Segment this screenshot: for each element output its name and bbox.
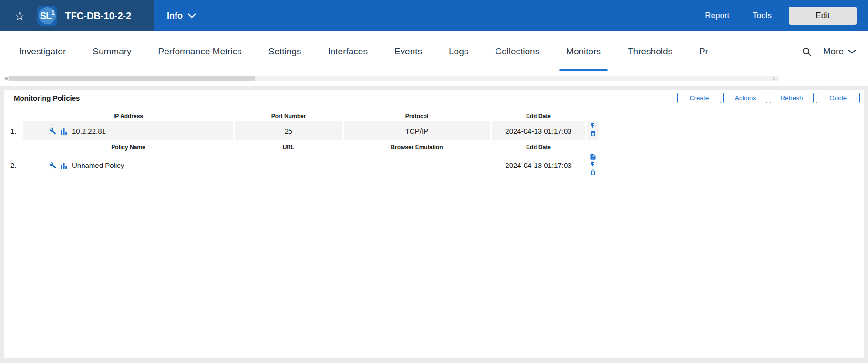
edit-button[interactable]: Edit [789, 7, 857, 25]
refresh-button[interactable]: Refresh [770, 93, 814, 103]
lightning-icon[interactable] [589, 122, 596, 129]
lightning-icon[interactable] [589, 161, 596, 168]
tab-label: Logs [449, 46, 468, 57]
column-header-edit-date: Edit Date [492, 112, 585, 121]
info-dropdown[interactable]: Info [167, 11, 196, 21]
header-left-section: ☆ SL 1 TFC-DB-10-2-2 [0, 0, 154, 31]
policy-cell-browser-emulation [344, 152, 490, 178]
create-button[interactable]: Create [677, 93, 721, 103]
column-header-protocol: Protocol [344, 112, 490, 121]
app-root: ☆ SL 1 TFC-DB-10-2-2 Info Report Tools E… [0, 0, 868, 359]
tab-monitors[interactable]: Monitors [553, 31, 614, 72]
more-label: More [823, 46, 844, 57]
tab-investigator[interactable]: Investigator [6, 31, 79, 72]
tab-settings[interactable]: Settings [255, 31, 315, 72]
tab-controls: More [795, 31, 868, 72]
panel-header: Monitoring Policies CreateActionsRefresh… [4, 90, 864, 106]
tab-label: Settings [269, 46, 301, 57]
wrench-icon[interactable] [49, 127, 56, 135]
policy-actions [587, 121, 599, 140]
tab-logs[interactable]: Logs [435, 31, 482, 72]
tab-collections[interactable]: Collections [482, 31, 553, 72]
chevron-down-icon [848, 50, 856, 54]
scrollbar-track[interactable] [8, 76, 779, 81]
tab-summary[interactable]: Summary [79, 31, 145, 72]
tab-label: Monitors [566, 46, 601, 57]
tab-bar: InvestigatorSummaryPerformance MetricsSe… [0, 31, 868, 72]
top-header: ☆ SL 1 TFC-DB-10-2-2 Info Report Tools E… [0, 0, 868, 31]
policy-cell-policy-name: Unnamed Policy [23, 152, 233, 178]
wrench-icon[interactable] [49, 162, 56, 169]
panel-title: Monitoring Policies [14, 94, 80, 102]
guide-button[interactable]: Guide [816, 93, 860, 103]
column-header-port-number: Port Number [235, 112, 342, 121]
tab-strip: InvestigatorSummaryPerformance MetricsSe… [0, 31, 791, 72]
tab-thresholds[interactable]: Thresholds [614, 31, 686, 72]
tab-label: Events [394, 46, 422, 57]
policy-index: 2. [10, 152, 21, 178]
tab-performance-metrics[interactable]: Performance Metrics [145, 31, 255, 72]
policy-cell-port-number: 25 [235, 121, 342, 140]
policy-column-headers: Policy NameURLBrowser EmulationEdit Date [4, 143, 864, 152]
bar-chart-icon[interactable] [61, 162, 68, 169]
scroll-right-icon[interactable]: › [773, 76, 775, 81]
tab-scrollbar: ◄ › [0, 72, 868, 86]
policies-table: IP AddressPort NumberProtocolEdit Date1.… [4, 106, 864, 178]
tab-label: Investigator [19, 46, 66, 57]
header-right-section: Report Tools Edit [705, 7, 868, 25]
column-header-url: URL [235, 143, 342, 152]
scrollbar-thumb[interactable] [9, 76, 255, 81]
more-menu[interactable]: More [823, 46, 856, 57]
policy-values: 1.10.2.22.8125TCP/IP2024-04-13 01:17:03 [4, 121, 864, 140]
chevron-down-icon [188, 13, 196, 18]
policy-cell-edit-date: 2024-04-13 01:17:03 [492, 152, 585, 178]
panel-buttons: CreateActionsRefreshGuide [677, 93, 860, 103]
tab-label: Thresholds [628, 46, 672, 57]
bar-chart-icon[interactable] [61, 127, 68, 135]
policy-cell-protocol: TCP/IP [344, 121, 490, 140]
policy-column-headers: IP AddressPort NumberProtocolEdit Date [4, 112, 864, 121]
document-icon[interactable] [589, 153, 597, 160]
logo-text: SL [40, 10, 52, 21]
tab-interfaces[interactable]: Interfaces [314, 31, 381, 72]
tab-events[interactable]: Events [381, 31, 435, 72]
policy-index: 1. [10, 121, 21, 140]
cell-text: TCP/IP [405, 127, 428, 135]
info-label: Info [167, 11, 183, 21]
device-title: TFC-DB-10-2-2 [65, 10, 131, 21]
tab-pr[interactable]: Pr [686, 31, 722, 72]
policy-values: 2.Unnamed Policy2024-04-13 01:17:03 [4, 152, 864, 178]
tab-label: Interfaces [328, 46, 367, 57]
page-gap [0, 86, 868, 90]
header-separator [741, 10, 741, 22]
policy-cell-edit-date: 2024-04-13 01:17:03 [492, 121, 585, 140]
tab-label: Collections [495, 46, 539, 57]
tab-label: Performance Metrics [158, 46, 242, 57]
policy-actions [587, 152, 599, 178]
policy-name-text: Unnamed Policy [72, 161, 124, 169]
column-header-policy-name: Policy Name [23, 143, 233, 152]
search-icon[interactable] [802, 47, 812, 57]
tab-label: Pr [699, 46, 708, 57]
column-header-browser-emulation: Browser Emulation [344, 143, 490, 152]
trash-icon[interactable] [589, 130, 597, 137]
favorite-star-icon[interactable]: ☆ [14, 10, 25, 22]
policy-cell-url [235, 152, 342, 178]
cell-text: 25 [285, 127, 293, 135]
policy-row: Policy NameURLBrowser EmulationEdit Date… [4, 143, 864, 178]
cell-text: 2024-04-13 01:17:03 [505, 161, 571, 169]
policy-row: IP AddressPort NumberProtocolEdit Date1.… [4, 112, 864, 140]
sl1-logo: SL 1 [37, 6, 57, 26]
tab-label: Summary [93, 46, 131, 57]
actions-button[interactable]: Actions [723, 93, 767, 103]
policy-cell-ip-address: 10.2.22.81 [23, 121, 233, 140]
logo-superscript: 1 [52, 9, 55, 16]
report-button[interactable]: Report [705, 11, 729, 21]
monitoring-policies-panel: Monitoring Policies CreateActionsRefresh… [4, 90, 864, 359]
tools-button[interactable]: Tools [753, 11, 772, 21]
cell-text: 2024-04-13 01:17:03 [505, 127, 571, 135]
column-header-ip-address: IP Address [23, 112, 233, 121]
column-header-edit-date: Edit Date [492, 143, 585, 152]
trash-icon[interactable] [589, 168, 597, 176]
policy-name-text: 10.2.22.81 [72, 127, 106, 135]
